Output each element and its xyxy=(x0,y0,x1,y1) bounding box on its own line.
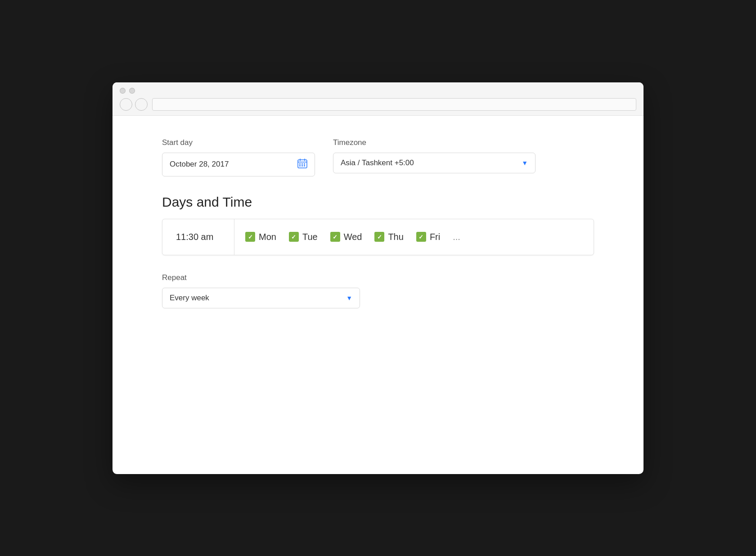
title-bar xyxy=(112,82,644,116)
day-item-fri[interactable]: Fri xyxy=(416,232,440,242)
timezone-section: Timezone Asia / Tashkent +5:00 ▼ xyxy=(333,138,536,173)
day-item-tue[interactable]: Tue xyxy=(289,232,318,242)
timezone-dropdown-arrow: ▼ xyxy=(522,159,528,167)
days-and-time-section: Days and Time 11:30 am Mon Tue xyxy=(162,194,594,255)
checkbox-thu[interactable] xyxy=(374,232,384,242)
checkbox-tue[interactable] xyxy=(289,232,299,242)
repeat-dropdown[interactable]: Every week ▼ xyxy=(162,288,360,308)
day-label-wed: Wed xyxy=(344,232,362,242)
content-area: Start day October 28, 2017 xyxy=(112,116,644,349)
traffic-lights xyxy=(120,88,636,94)
day-label-fri: Fri xyxy=(430,232,440,242)
timezone-label: Timezone xyxy=(333,138,536,147)
repeat-value: Every week xyxy=(170,294,346,303)
forward-button[interactable] xyxy=(135,98,148,111)
checkbox-fri[interactable] xyxy=(416,232,426,242)
nav-bar xyxy=(120,98,636,111)
days-and-time-title: Days and Time xyxy=(162,194,594,210)
repeat-section: Repeat Every week ▼ xyxy=(162,273,594,308)
address-bar[interactable] xyxy=(152,98,636,111)
day-item-wed[interactable]: Wed xyxy=(330,232,362,242)
svg-rect-5 xyxy=(302,163,303,165)
checkbox-wed[interactable] xyxy=(330,232,340,242)
svg-rect-9 xyxy=(304,165,305,167)
day-label-tue: Tue xyxy=(302,232,318,242)
timezone-dropdown[interactable]: Asia / Tashkent +5:00 ▼ xyxy=(333,153,536,173)
day-item-mon[interactable]: Mon xyxy=(245,232,276,242)
days-ellipsis: ... xyxy=(453,232,460,242)
nav-buttons xyxy=(120,98,148,111)
date-value: October 28, 2017 xyxy=(170,160,297,169)
day-item-thu[interactable]: Thu xyxy=(374,232,403,242)
repeat-label: Repeat xyxy=(162,273,594,282)
calendar-icon xyxy=(297,158,307,171)
time-value: 11:30 am xyxy=(176,232,213,242)
svg-rect-7 xyxy=(299,165,301,167)
day-label-mon: Mon xyxy=(259,232,276,242)
timezone-value: Asia / Tashkent +5:00 xyxy=(341,158,522,167)
day-label-thu: Thu xyxy=(388,232,403,242)
minimize-button[interactable] xyxy=(129,88,135,94)
start-timezone-row: Start day October 28, 2017 xyxy=(162,138,594,176)
repeat-dropdown-arrow: ▼ xyxy=(346,294,352,302)
start-day-label: Start day xyxy=(162,138,315,147)
svg-rect-8 xyxy=(302,165,303,167)
svg-rect-4 xyxy=(299,163,301,165)
start-day-section: Start day October 28, 2017 xyxy=(162,138,315,176)
time-section: 11:30 am xyxy=(162,219,234,255)
days-section: Mon Tue Wed Thu xyxy=(234,219,594,255)
main-window: Start day October 28, 2017 xyxy=(112,82,644,474)
back-button[interactable] xyxy=(120,98,132,111)
checkbox-mon[interactable] xyxy=(245,232,255,242)
days-time-box: 11:30 am Mon Tue Wed xyxy=(162,219,594,255)
svg-rect-6 xyxy=(304,163,305,165)
close-button[interactable] xyxy=(120,88,126,94)
date-input[interactable]: October 28, 2017 xyxy=(162,153,315,176)
